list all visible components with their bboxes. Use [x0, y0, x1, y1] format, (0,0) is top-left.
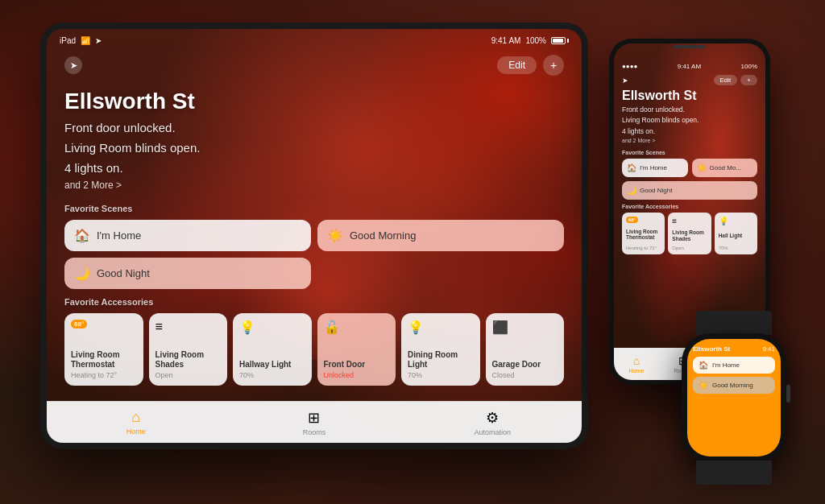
location-icon: ➤	[64, 56, 82, 74]
scene-good-night[interactable]: 🌙 Good Night	[64, 258, 311, 289]
hallway-light-icon: 💡	[239, 320, 255, 335]
time-display: 9:41 AM	[491, 36, 521, 45]
status-line-3: 4 lights on.	[64, 159, 564, 176]
battery-text: 100%	[525, 36, 546, 45]
front-door-icon: 🔓	[324, 320, 340, 335]
good-night-label: Good Night	[97, 267, 150, 279]
front-door-status: Unlocked	[324, 371, 390, 379]
good-morning-label: Good Morning	[350, 229, 416, 242]
shades-status: Open	[155, 371, 222, 379]
watch-good-morning-icon: ☀️	[699, 381, 708, 390]
phone-title: Ellsworth St	[622, 89, 757, 103]
tablet-status-left: iPad 📶 ➤	[60, 36, 102, 45]
scene-good-morning[interactable]: ☀️ Good Morning	[317, 220, 564, 251]
accessory-thermostat[interactable]: 68° Living Room Thermostat Heating to 72…	[64, 313, 143, 386]
watch-device: Ellsworth St 9:41 🏠 I'm Home ☀️ Good Mor…	[682, 333, 786, 462]
watch-content: Ellsworth St 9:41 🏠 I'm Home ☀️ Good Mor…	[687, 339, 781, 456]
watch-screen: Ellsworth St 9:41 🏠 I'm Home ☀️ Good Mor…	[687, 339, 781, 456]
tablet-header: Edit +	[64, 55, 564, 76]
accessory-front-door[interactable]: 🔓 Front Door Unlocked	[317, 313, 396, 386]
hallway-light-name: Hallway Light	[239, 360, 305, 370]
watch-band-bottom	[696, 461, 772, 485]
accessory-garage[interactable]: ⬛ Garage Door Closed	[486, 313, 565, 386]
phone-edit-button[interactable]: Edit	[714, 75, 738, 85]
more-link[interactable]: and 2 More >	[64, 180, 564, 191]
phone-good-morning-icon: ☀️	[697, 163, 707, 172]
phone-temp-badge: 68°	[626, 217, 638, 223]
automation-tab-icon: ⚙	[486, 409, 499, 427]
phone-acc-thermostat[interactable]: 68° Living Room Thermostat Heating to 72…	[622, 213, 665, 254]
status-line-2: Living Room blinds open.	[64, 139, 564, 156]
phone-status-bar: ●●●● 9:41 AM 100%	[622, 63, 757, 70]
accessory-dining-light[interactable]: 💡 Dining Room Light 70%	[401, 313, 480, 386]
carrier-text: iPad	[60, 36, 76, 45]
phone-header: ➤ Edit +	[622, 75, 757, 85]
location-icon-small: ➤	[95, 36, 102, 45]
watch-header: Ellsworth St 9:41	[693, 345, 775, 353]
phone-good-night-icon: 🌙	[627, 186, 636, 195]
automation-tab-label: Automation	[475, 428, 512, 436]
im-home-label: I'm Home	[97, 229, 141, 242]
scene-im-home[interactable]: 🏠 I'm Home	[64, 220, 311, 251]
phone-tab-home[interactable]: ⌂ Home	[629, 354, 645, 374]
phone-status-line-3: 4 lights on.	[622, 127, 757, 136]
home-tab-label: Home	[126, 428, 146, 436]
hallway-light-status: 70%	[239, 371, 305, 379]
phone-thermostat-status: Heating to 72°	[626, 246, 661, 250]
phone-more-link[interactable]: and 2 More >	[622, 138, 757, 143]
accessories-grid: 68° Living Room Thermostat Heating to 72…	[64, 313, 564, 386]
phone-status-line-2: Living Room blinds open.	[622, 116, 757, 125]
garage-name: Garage Door	[492, 360, 558, 370]
phone-add-button[interactable]: +	[740, 75, 757, 85]
accessory-hallway-light[interactable]: 💡 Hallway Light 70%	[233, 313, 312, 386]
phone-home-tab-icon: ⌂	[633, 354, 640, 367]
wifi-icon: 📶	[81, 36, 90, 45]
accessories-section-label: Favorite Accessories	[64, 297, 564, 307]
phone-acc-shades[interactable]: ≡ Living Room Shades Open	[668, 213, 711, 254]
phone-hall-icon: 💡	[719, 217, 753, 225]
watch-scene-good-morning[interactable]: ☀️ Good Morning	[693, 377, 775, 394]
shades-name: Living Room Shades	[155, 350, 222, 370]
tab-automation[interactable]: ⚙ Automation	[404, 409, 582, 436]
scenes-section-label: Favorite Scenes	[64, 204, 564, 213]
phone-im-home-label: I'm Home	[640, 164, 667, 171]
tablet-status-right: 9:41 AM 100%	[491, 36, 569, 45]
location-button[interactable]: ➤	[64, 56, 82, 74]
phone-scenes-row2: 🌙 Good Night	[622, 181, 757, 200]
dining-light-name: Dining Room Light	[408, 350, 474, 370]
phone-thermostat-name: Living Room Thermostat	[626, 229, 661, 242]
phone-battery: 100%	[741, 63, 757, 70]
status-section: Ellsworth St Front door unlocked. Living…	[64, 89, 564, 191]
watch-scene-list: 🏠 I'm Home ☀️ Good Morning	[693, 357, 775, 450]
temp-badge: 68°	[71, 320, 87, 328]
watch-im-home-label: I'm Home	[712, 361, 740, 369]
home-title: Ellsworth St	[64, 89, 564, 114]
phone-carrier: ●●●●	[622, 63, 637, 70]
rooms-tab-icon: ⊞	[308, 409, 320, 427]
tablet-status-bar: iPad 📶 ➤ 9:41 AM 100%	[47, 29, 582, 52]
phone-home-tab-label: Home	[629, 368, 645, 374]
garage-status: Closed	[492, 371, 558, 379]
add-button[interactable]: +	[543, 55, 564, 76]
tab-home[interactable]: ⌂ Home	[47, 409, 225, 436]
phone-accessories-grid: 68° Living Room Thermostat Heating to 72…	[622, 213, 757, 254]
accessory-shades[interactable]: ≡ Living Room Shades Open	[149, 313, 228, 386]
watch-scene-im-home[interactable]: 🏠 I'm Home	[693, 357, 775, 374]
phone-good-morning-label: Good Mo...	[710, 164, 742, 171]
phone-scene-good-morning[interactable]: ☀️ Good Mo...	[692, 159, 758, 177]
home-tab-icon: ⌂	[131, 409, 140, 426]
watch-im-home-icon: 🏠	[699, 361, 708, 370]
dining-light-status: 70%	[408, 371, 474, 379]
phone-scene-im-home[interactable]: 🏠 I'm Home	[622, 159, 688, 177]
phone-acc-hall-light[interactable]: 💡 Hall Light 70%	[715, 213, 757, 254]
dining-light-icon: 💡	[408, 320, 424, 335]
phone-scenes-label: Favorite Scenes	[622, 150, 757, 155]
watch-good-morning-label: Good Morning	[712, 382, 753, 389]
edit-button[interactable]: Edit	[497, 56, 537, 74]
phone-scene-good-night[interactable]: 🌙 Good Night	[622, 181, 757, 200]
watch-location: Ellsworth St	[693, 345, 730, 353]
tablet-device: iPad 📶 ➤ 9:41 AM 100%	[40, 23, 588, 449]
phone-location-icon: ➤	[622, 76, 628, 85]
header-buttons: Edit +	[497, 55, 564, 76]
tab-rooms[interactable]: ⊞ Rooms	[225, 409, 403, 436]
